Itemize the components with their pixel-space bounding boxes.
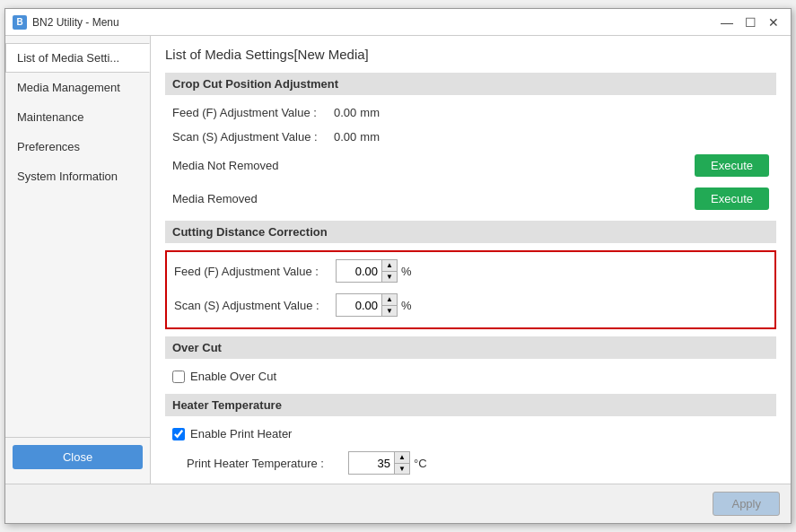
- feed-adjustment-label: Feed (F) Adjustment Value :: [172, 106, 334, 119]
- scan-spinner-label: Scan (S) Adjustment Value :: [174, 299, 336, 312]
- content-area: List of Media Setti... Media Management …: [5, 36, 791, 484]
- page-title: List of Media Settings[New Media]: [165, 47, 776, 62]
- scan-spinner-down[interactable]: ▼: [382, 305, 397, 316]
- sidebar-bottom: Close: [5, 437, 150, 476]
- window-controls: — ☐ ✕: [717, 13, 783, 32]
- heater-temp-header: Heater Temperature: [165, 394, 776, 416]
- feed-spinner: ▲ ▼: [336, 259, 398, 283]
- feed-spinner-row: Feed (F) Adjustment Value : ▲ ▼ %: [174, 256, 767, 286]
- footer-bar: Apply: [5, 484, 791, 523]
- scan-spinner: ▲ ▼: [336, 293, 398, 317]
- app-icon: B: [13, 15, 27, 30]
- enable-print-heater-row: Enable Print Heater: [165, 423, 776, 444]
- sidebar-item-list-media[interactable]: List of Media Setti...: [5, 43, 150, 73]
- feed-adjustment-value: 0.00: [334, 106, 356, 119]
- window-title: BN2 Utility - Menu: [32, 16, 717, 29]
- print-temp-spinner: ▲ ▼: [348, 451, 410, 475]
- print-temp-label: Print Heater Temperature :: [187, 457, 348, 470]
- sidebar-item-maintenance[interactable]: Maintenance: [5, 102, 150, 132]
- sidebar-item-media-management[interactable]: Media Management: [5, 73, 150, 102]
- maximize-button[interactable]: ☐: [740, 13, 760, 32]
- scan-adjustment-value: 0.00: [334, 130, 356, 144]
- scan-adjustment-unit: mm: [360, 130, 380, 144]
- scan-spinner-up[interactable]: ▲: [382, 294, 397, 305]
- minimize-button[interactable]: —: [717, 13, 737, 32]
- title-bar: B BN2 Utility - Menu — ☐ ✕: [5, 9, 791, 36]
- sidebar-item-preferences[interactable]: Preferences: [5, 132, 150, 161]
- feed-spinner-unit: %: [401, 265, 412, 278]
- window-close-button[interactable]: ✕: [764, 13, 783, 32]
- feed-spinner-up[interactable]: ▲: [382, 260, 397, 271]
- feed-adjustment-unit: mm: [360, 106, 380, 119]
- print-temp-spinner-buttons: ▲ ▼: [394, 452, 409, 474]
- crop-cut-header: Crop Cut Position Adjustment: [165, 73, 776, 95]
- scan-spinner-buttons: ▲ ▼: [381, 294, 397, 316]
- media-removed-row: Media Removed Execute: [165, 184, 776, 214]
- sidebar: List of Media Setti... Media Management …: [5, 36, 151, 484]
- main-window: B BN2 Utility - Menu — ☐ ✕ List of Media…: [4, 8, 792, 524]
- close-button[interactable]: Close: [13, 445, 143, 469]
- feed-spinner-buttons: ▲ ▼: [381, 260, 397, 282]
- enable-print-heater-checkbox[interactable]: [172, 428, 185, 440]
- apply-button[interactable]: Apply: [713, 492, 780, 516]
- enable-print-heater-label: Enable Print Heater: [190, 427, 292, 440]
- scan-adjustment-label: Scan (S) Adjustment Value :: [172, 130, 334, 144]
- print-temp-down[interactable]: ▼: [395, 463, 409, 474]
- main-panel: List of Media Settings[New Media] Crop C…: [151, 36, 791, 484]
- enable-overcut-checkbox[interactable]: [172, 371, 185, 383]
- feed-spinner-down[interactable]: ▼: [382, 271, 397, 282]
- feed-spinner-input[interactable]: [337, 260, 381, 282]
- cutting-distance-box: Feed (F) Adjustment Value : ▲ ▼ % Scan (…: [165, 250, 776, 329]
- scan-adjustment-row: Scan (S) Adjustment Value : 0.00 mm: [165, 126, 776, 147]
- media-not-removed-label: Media Not Removed: [172, 159, 279, 172]
- print-temp-input[interactable]: [349, 452, 394, 474]
- enable-overcut-row: Enable Over Cut: [165, 366, 776, 387]
- scan-spinner-unit: %: [401, 299, 412, 312]
- scan-spinner-input[interactable]: [337, 294, 381, 316]
- enable-overcut-label: Enable Over Cut: [190, 370, 276, 383]
- feed-spinner-label: Feed (F) Adjustment Value :: [174, 265, 336, 278]
- over-cut-header: Over Cut: [165, 336, 776, 359]
- print-temp-unit: °C: [414, 457, 427, 470]
- cutting-distance-header: Cutting Distance Correction: [165, 221, 776, 243]
- execute-media-removed-button[interactable]: Execute: [695, 188, 769, 210]
- media-not-removed-row: Media Not Removed Execute: [165, 151, 776, 180]
- scan-spinner-row: Scan (S) Adjustment Value : ▲ ▼ %: [174, 290, 767, 320]
- sidebar-item-system-information[interactable]: System Information: [5, 161, 150, 191]
- media-removed-label: Media Removed: [172, 192, 258, 205]
- print-temp-row: Print Heater Temperature : ▲ ▼ °C: [165, 448, 776, 478]
- feed-adjustment-row: Feed (F) Adjustment Value : 0.00 mm: [165, 102, 776, 123]
- execute-media-not-removed-button[interactable]: Execute: [695, 154, 769, 177]
- print-temp-up[interactable]: ▲: [395, 452, 409, 463]
